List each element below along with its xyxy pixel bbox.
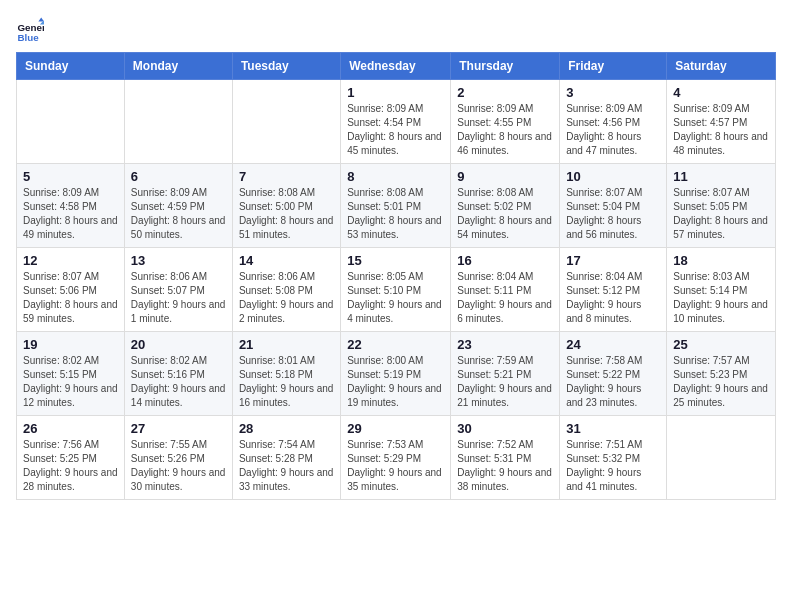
day-info: Sunrise: 8:08 AM Sunset: 5:01 PM Dayligh… — [347, 186, 444, 242]
day-info: Sunrise: 8:06 AM Sunset: 5:07 PM Dayligh… — [131, 270, 226, 326]
calendar-cell: 6Sunrise: 8:09 AM Sunset: 4:59 PM Daylig… — [124, 164, 232, 248]
day-number: 13 — [131, 253, 226, 268]
calendar-cell: 13Sunrise: 8:06 AM Sunset: 5:07 PM Dayli… — [124, 248, 232, 332]
calendar-cell: 7Sunrise: 8:08 AM Sunset: 5:00 PM Daylig… — [232, 164, 340, 248]
day-number: 17 — [566, 253, 660, 268]
day-number: 28 — [239, 421, 334, 436]
logo: General Blue — [16, 16, 44, 44]
calendar-cell: 14Sunrise: 8:06 AM Sunset: 5:08 PM Dayli… — [232, 248, 340, 332]
day-info: Sunrise: 7:57 AM Sunset: 5:23 PM Dayligh… — [673, 354, 769, 410]
calendar-cell: 18Sunrise: 8:03 AM Sunset: 5:14 PM Dayli… — [667, 248, 776, 332]
calendar-cell: 20Sunrise: 8:02 AM Sunset: 5:16 PM Dayli… — [124, 332, 232, 416]
day-info: Sunrise: 7:55 AM Sunset: 5:26 PM Dayligh… — [131, 438, 226, 494]
day-number: 27 — [131, 421, 226, 436]
day-info: Sunrise: 7:59 AM Sunset: 5:21 PM Dayligh… — [457, 354, 553, 410]
day-number: 31 — [566, 421, 660, 436]
calendar-cell: 3Sunrise: 8:09 AM Sunset: 4:56 PM Daylig… — [560, 80, 667, 164]
calendar-cell: 12Sunrise: 8:07 AM Sunset: 5:06 PM Dayli… — [17, 248, 125, 332]
logo-icon: General Blue — [16, 16, 44, 44]
day-info: Sunrise: 8:09 AM Sunset: 4:54 PM Dayligh… — [347, 102, 444, 158]
calendar-week-row: 12Sunrise: 8:07 AM Sunset: 5:06 PM Dayli… — [17, 248, 776, 332]
day-info: Sunrise: 7:51 AM Sunset: 5:32 PM Dayligh… — [566, 438, 660, 494]
calendar-cell: 5Sunrise: 8:09 AM Sunset: 4:58 PM Daylig… — [17, 164, 125, 248]
calendar-cell: 26Sunrise: 7:56 AM Sunset: 5:25 PM Dayli… — [17, 416, 125, 500]
weekday-header-sunday: Sunday — [17, 53, 125, 80]
day-info: Sunrise: 8:07 AM Sunset: 5:04 PM Dayligh… — [566, 186, 660, 242]
day-info: Sunrise: 8:08 AM Sunset: 5:02 PM Dayligh… — [457, 186, 553, 242]
day-info: Sunrise: 7:58 AM Sunset: 5:22 PM Dayligh… — [566, 354, 660, 410]
day-number: 10 — [566, 169, 660, 184]
day-number: 11 — [673, 169, 769, 184]
day-info: Sunrise: 8:07 AM Sunset: 5:05 PM Dayligh… — [673, 186, 769, 242]
day-number: 21 — [239, 337, 334, 352]
calendar-cell: 27Sunrise: 7:55 AM Sunset: 5:26 PM Dayli… — [124, 416, 232, 500]
day-number: 8 — [347, 169, 444, 184]
calendar-cell: 19Sunrise: 8:02 AM Sunset: 5:15 PM Dayli… — [17, 332, 125, 416]
day-info: Sunrise: 8:04 AM Sunset: 5:12 PM Dayligh… — [566, 270, 660, 326]
svg-marker-2 — [38, 17, 44, 21]
calendar-table: SundayMondayTuesdayWednesdayThursdayFrid… — [16, 52, 776, 500]
day-number: 14 — [239, 253, 334, 268]
day-number: 3 — [566, 85, 660, 100]
day-info: Sunrise: 8:07 AM Sunset: 5:06 PM Dayligh… — [23, 270, 118, 326]
calendar-cell: 21Sunrise: 8:01 AM Sunset: 5:18 PM Dayli… — [232, 332, 340, 416]
day-number: 30 — [457, 421, 553, 436]
day-info: Sunrise: 7:54 AM Sunset: 5:28 PM Dayligh… — [239, 438, 334, 494]
calendar-cell: 28Sunrise: 7:54 AM Sunset: 5:28 PM Dayli… — [232, 416, 340, 500]
calendar-week-row: 5Sunrise: 8:09 AM Sunset: 4:58 PM Daylig… — [17, 164, 776, 248]
day-info: Sunrise: 8:02 AM Sunset: 5:16 PM Dayligh… — [131, 354, 226, 410]
calendar-cell — [124, 80, 232, 164]
day-number: 20 — [131, 337, 226, 352]
calendar-week-row: 26Sunrise: 7:56 AM Sunset: 5:25 PM Dayli… — [17, 416, 776, 500]
weekday-header-tuesday: Tuesday — [232, 53, 340, 80]
calendar-cell: 22Sunrise: 8:00 AM Sunset: 5:19 PM Dayli… — [341, 332, 451, 416]
day-number: 1 — [347, 85, 444, 100]
day-number: 23 — [457, 337, 553, 352]
day-info: Sunrise: 8:01 AM Sunset: 5:18 PM Dayligh… — [239, 354, 334, 410]
day-info: Sunrise: 8:09 AM Sunset: 4:56 PM Dayligh… — [566, 102, 660, 158]
calendar-week-row: 1Sunrise: 8:09 AM Sunset: 4:54 PM Daylig… — [17, 80, 776, 164]
calendar-cell: 17Sunrise: 8:04 AM Sunset: 5:12 PM Dayli… — [560, 248, 667, 332]
day-info: Sunrise: 7:53 AM Sunset: 5:29 PM Dayligh… — [347, 438, 444, 494]
calendar-cell: 30Sunrise: 7:52 AM Sunset: 5:31 PM Dayli… — [451, 416, 560, 500]
calendar-cell: 10Sunrise: 8:07 AM Sunset: 5:04 PM Dayli… — [560, 164, 667, 248]
calendar-body: 1Sunrise: 8:09 AM Sunset: 4:54 PM Daylig… — [17, 80, 776, 500]
weekday-header-wednesday: Wednesday — [341, 53, 451, 80]
calendar-cell: 9Sunrise: 8:08 AM Sunset: 5:02 PM Daylig… — [451, 164, 560, 248]
calendar-cell: 11Sunrise: 8:07 AM Sunset: 5:05 PM Dayli… — [667, 164, 776, 248]
day-info: Sunrise: 8:00 AM Sunset: 5:19 PM Dayligh… — [347, 354, 444, 410]
day-number: 9 — [457, 169, 553, 184]
day-number: 22 — [347, 337, 444, 352]
weekday-header-friday: Friday — [560, 53, 667, 80]
day-info: Sunrise: 8:09 AM Sunset: 4:58 PM Dayligh… — [23, 186, 118, 242]
day-number: 16 — [457, 253, 553, 268]
day-info: Sunrise: 8:05 AM Sunset: 5:10 PM Dayligh… — [347, 270, 444, 326]
calendar-cell: 29Sunrise: 7:53 AM Sunset: 5:29 PM Dayli… — [341, 416, 451, 500]
weekday-header-thursday: Thursday — [451, 53, 560, 80]
calendar-cell — [667, 416, 776, 500]
day-info: Sunrise: 7:52 AM Sunset: 5:31 PM Dayligh… — [457, 438, 553, 494]
calendar-cell: 24Sunrise: 7:58 AM Sunset: 5:22 PM Dayli… — [560, 332, 667, 416]
day-info: Sunrise: 8:08 AM Sunset: 5:00 PM Dayligh… — [239, 186, 334, 242]
day-number: 25 — [673, 337, 769, 352]
calendar-cell: 4Sunrise: 8:09 AM Sunset: 4:57 PM Daylig… — [667, 80, 776, 164]
day-info: Sunrise: 8:02 AM Sunset: 5:15 PM Dayligh… — [23, 354, 118, 410]
calendar-cell: 8Sunrise: 8:08 AM Sunset: 5:01 PM Daylig… — [341, 164, 451, 248]
calendar-cell: 1Sunrise: 8:09 AM Sunset: 4:54 PM Daylig… — [341, 80, 451, 164]
calendar-cell — [232, 80, 340, 164]
day-info: Sunrise: 8:04 AM Sunset: 5:11 PM Dayligh… — [457, 270, 553, 326]
day-number: 24 — [566, 337, 660, 352]
day-info: Sunrise: 8:09 AM Sunset: 4:55 PM Dayligh… — [457, 102, 553, 158]
weekday-header-saturday: Saturday — [667, 53, 776, 80]
day-info: Sunrise: 8:09 AM Sunset: 4:59 PM Dayligh… — [131, 186, 226, 242]
day-number: 2 — [457, 85, 553, 100]
calendar-cell: 15Sunrise: 8:05 AM Sunset: 5:10 PM Dayli… — [341, 248, 451, 332]
day-number: 4 — [673, 85, 769, 100]
day-number: 15 — [347, 253, 444, 268]
day-number: 19 — [23, 337, 118, 352]
day-info: Sunrise: 8:06 AM Sunset: 5:08 PM Dayligh… — [239, 270, 334, 326]
day-number: 18 — [673, 253, 769, 268]
calendar-week-row: 19Sunrise: 8:02 AM Sunset: 5:15 PM Dayli… — [17, 332, 776, 416]
day-info: Sunrise: 8:03 AM Sunset: 5:14 PM Dayligh… — [673, 270, 769, 326]
day-number: 5 — [23, 169, 118, 184]
